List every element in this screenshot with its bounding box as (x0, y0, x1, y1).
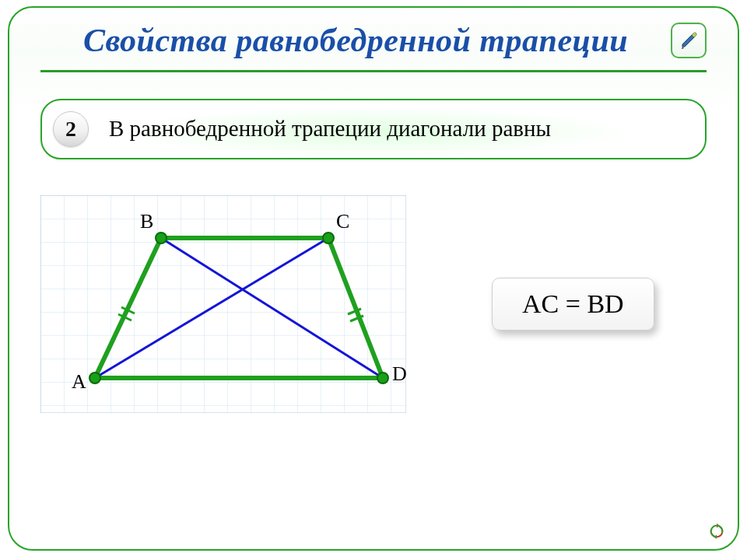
vertex-A (89, 373, 100, 383)
label-A: A (72, 370, 86, 393)
property-box: 2 В равнобедренной трапеции диагонали ра… (40, 99, 707, 159)
vertex-C (323, 233, 334, 243)
vertex-B (156, 233, 167, 243)
refresh-icon[interactable] (708, 523, 725, 540)
pen-icon (678, 30, 700, 51)
vertex-D (377, 373, 388, 383)
property-number-badge: 2 (53, 111, 89, 147)
slide-frame: Свойства равнобедренной трапеции 2 В рав… (8, 6, 739, 551)
content-row: A B C D AC = BD (9, 159, 738, 413)
formula-box: AC = BD (492, 278, 654, 331)
trapezoid-diagram: A B C D (40, 195, 406, 413)
label-D: D (392, 362, 406, 385)
label-B: B (140, 210, 153, 233)
label-C: C (336, 210, 349, 233)
title-underline (40, 70, 707, 72)
title-row: Свойства равнобедренной трапеции (9, 8, 738, 59)
property-text: В равнобедренной трапеции диагонали равн… (109, 114, 551, 142)
pen-button[interactable] (671, 23, 707, 58)
page-title: Свойства равнобедренной трапеции (40, 22, 671, 59)
